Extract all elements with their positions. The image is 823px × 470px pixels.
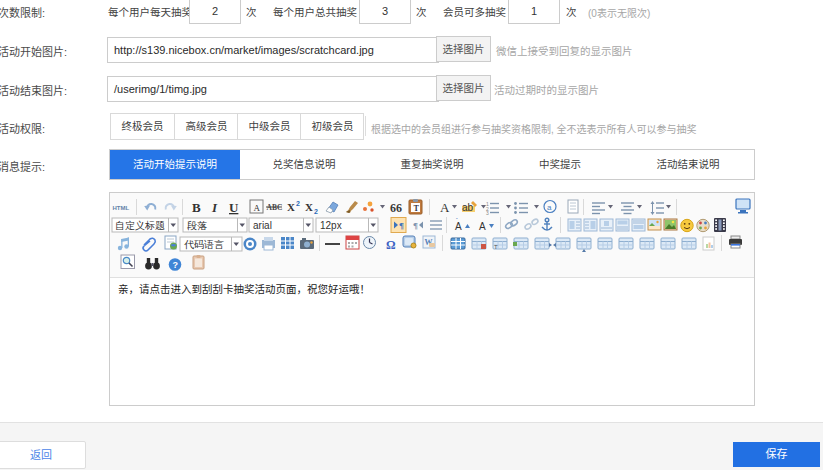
svg-text:12px: 12px xyxy=(320,220,342,231)
svg-text:I: I xyxy=(211,200,218,215)
svg-text:A: A xyxy=(254,203,261,213)
svg-text:代码语言: 代码语言 xyxy=(184,239,224,250)
svg-text:X: X xyxy=(305,201,313,213)
svg-text:X: X xyxy=(287,201,295,213)
svg-text:arial: arial xyxy=(253,220,272,231)
svg-text:T: T xyxy=(414,204,420,213)
svg-text:2: 2 xyxy=(296,200,300,207)
svg-text:?: ? xyxy=(173,260,179,270)
svg-text:段落: 段落 xyxy=(187,220,207,231)
svg-text:自定义标题: 自定义标题 xyxy=(115,220,165,231)
svg-text:a: a xyxy=(547,203,552,212)
svg-text:A: A xyxy=(440,200,450,215)
svg-text:Ω: Ω xyxy=(386,238,396,252)
svg-text:2: 2 xyxy=(314,208,318,215)
svg-text:U: U xyxy=(229,200,239,215)
svg-text:¶: ¶ xyxy=(413,221,418,231)
svg-text:HTML: HTML xyxy=(113,205,130,211)
svg-text:B: B xyxy=(192,200,201,215)
svg-text:66: 66 xyxy=(390,201,402,215)
svg-text:T: T xyxy=(494,244,498,250)
svg-text:¶: ¶ xyxy=(399,221,404,231)
svg-text:A: A xyxy=(479,221,486,232)
svg-text:3: 3 xyxy=(486,210,489,216)
